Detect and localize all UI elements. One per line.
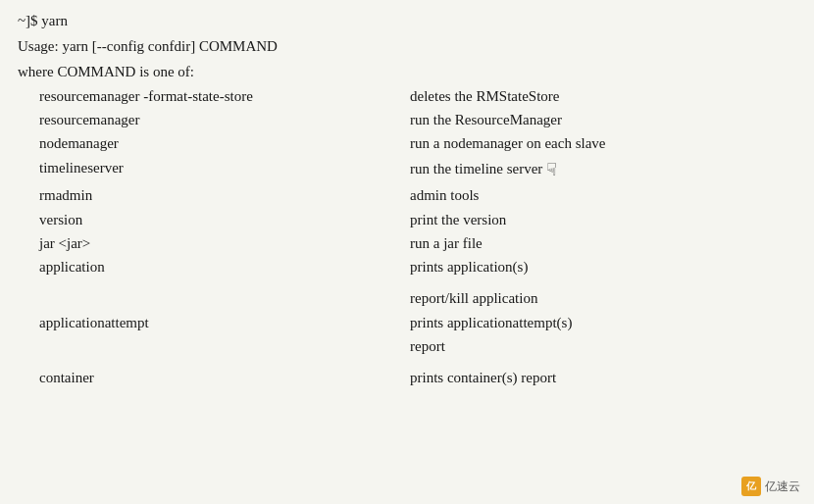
- commands-list: resourcemanager -format-state-storedelet…: [18, 85, 796, 390]
- spacer: [18, 359, 796, 367]
- command-desc: run the ResourceManager: [410, 112, 562, 127]
- command-name: rmadmin: [18, 184, 400, 207]
- table-row: nodemanagerrun a nodemanager on each sla…: [18, 132, 796, 155]
- command-name: jar <jar>: [18, 232, 400, 255]
- table-row: rmadminadmin tools: [18, 184, 796, 207]
- terminal-window: ~]$ yarn Usage: yarn [--config confdir] …: [0, 0, 814, 504]
- usage-line: Usage: yarn [--config confdir] COMMAND: [18, 35, 796, 58]
- command-name: [18, 335, 400, 358]
- command-name: resourcemanager -format-state-store: [18, 85, 400, 108]
- prompt-text: ~]$ yarn: [18, 13, 68, 28]
- watermark-icon: 亿: [741, 477, 761, 496]
- prompt-line: ~]$ yarn: [18, 10, 796, 32]
- table-row: applicationattemptprints applicationatte…: [18, 312, 796, 334]
- command-name: application: [18, 256, 400, 278]
- command-name: nodemanager: [18, 132, 400, 155]
- table-row: report/kill application: [18, 287, 796, 310]
- usage-text: Usage: yarn [--config confdir] COMMAND: [18, 38, 278, 54]
- watermark-icon-text: 亿: [746, 479, 756, 493]
- table-row: resourcemanagerrun the ResourceManager: [18, 109, 796, 131]
- command-desc: run a jar file: [410, 235, 483, 251]
- where-text: where COMMAND is one of:: [18, 64, 194, 79]
- watermark-text: 亿速云: [765, 479, 800, 495]
- table-row: report: [18, 335, 796, 358]
- command-name: resourcemanager: [18, 109, 400, 131]
- command-name: timelineserver: [18, 157, 400, 184]
- table-row: timelineserverrun the timeline server☟: [18, 157, 796, 184]
- watermark: 亿 亿速云: [741, 477, 800, 496]
- command-desc: prints container(s) report: [410, 370, 556, 385]
- command-name: container: [18, 367, 400, 389]
- cursor-hand-icon: ☟: [546, 157, 557, 184]
- table-row: containerprints container(s) report: [18, 367, 796, 389]
- where-line: where COMMAND is one of:: [18, 61, 796, 83]
- command-desc: run a nodemanager on each slave: [410, 135, 606, 151]
- command-desc: report/kill application: [410, 290, 537, 306]
- command-desc: report: [410, 338, 445, 354]
- command-desc: admin tools: [410, 187, 479, 203]
- spacer: [18, 279, 796, 287]
- table-row: versionprint the version: [18, 209, 796, 231]
- table-row: jar <jar>run a jar file: [18, 232, 796, 255]
- command-name: version: [18, 209, 400, 231]
- command-desc: prints application(s): [410, 259, 528, 275]
- table-row: applicationprints application(s): [18, 256, 796, 278]
- table-row: resourcemanager -format-state-storedelet…: [18, 85, 796, 108]
- command-name: [18, 287, 400, 310]
- command-desc: prints applicationattempt(s): [410, 315, 572, 330]
- command-desc: print the version: [410, 212, 506, 227]
- command-name: applicationattempt: [18, 312, 400, 334]
- command-desc: run the timeline server: [410, 161, 542, 176]
- command-desc: deletes the RMStateStore: [410, 88, 559, 104]
